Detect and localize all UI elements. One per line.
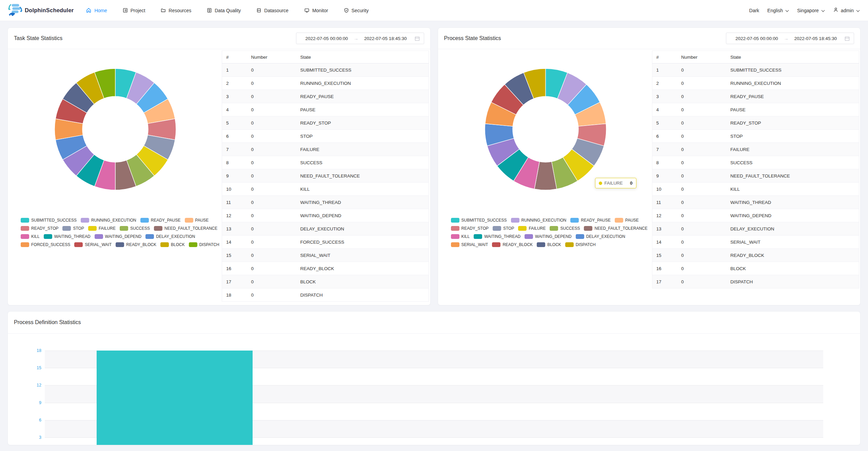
- legend-item[interactable]: FAILURE: [518, 226, 546, 231]
- chart-tooltip: FAILURE 0: [595, 178, 636, 188]
- legend-item[interactable]: SERIAL_WAIT: [451, 242, 488, 247]
- legend-item[interactable]: READY_BLOCK: [116, 242, 156, 247]
- legend-item[interactable]: BLOCK: [537, 242, 561, 247]
- legend-item[interactable]: PAUSE: [185, 218, 209, 223]
- brand-name: DolphinScheduler: [25, 7, 74, 14]
- tooltip-value: 0: [630, 181, 633, 186]
- legend-swatch: [189, 242, 197, 247]
- legend-item[interactable]: DISPATCH: [189, 242, 219, 247]
- nav-item-project[interactable]: Project: [123, 8, 145, 13]
- task-state-card: Task State Statistics 2022-07-05 00:00:0…: [7, 27, 431, 305]
- legend-label: READY_PAUSE: [581, 218, 611, 223]
- calendar-icon: [415, 36, 420, 41]
- legend-item[interactable]: STOP: [493, 226, 514, 231]
- project-icon: [123, 8, 128, 13]
- nav-item-monitor[interactable]: Monitor: [304, 8, 328, 13]
- legend-item[interactable]: SUBMITTED_SUCCESS: [451, 218, 507, 223]
- legend-item[interactable]: WAITING_DEPEND: [95, 234, 142, 239]
- legend-item[interactable]: WAITING_THREAD: [44, 234, 91, 239]
- table-row: 70FAILURE: [222, 143, 429, 156]
- date-range-start: 2022-07-05 00:00:00: [730, 36, 783, 41]
- theme-toggle-button[interactable]: Dark: [749, 8, 760, 13]
- legend-label: WAITING_THREAD: [484, 234, 520, 239]
- legend-item[interactable]: SUBMITTED_SUCCESS: [21, 218, 77, 223]
- legend-label: FORCED_SUCCESS: [31, 242, 70, 247]
- legend-item[interactable]: RUNNING_EXECUTION: [81, 218, 136, 223]
- legend-item[interactable]: KILL: [21, 234, 40, 239]
- legend-item[interactable]: DELAY_EXECUTION: [145, 234, 195, 239]
- legend-item[interactable]: SUCCESS: [120, 226, 150, 231]
- table-row: 140FORCED_SUCCESS: [222, 236, 429, 249]
- legend-label: WAITING_DEPEND: [535, 234, 572, 239]
- nav-item-security[interactable]: Security: [344, 8, 369, 13]
- legend-label: WAITING_THREAD: [54, 234, 91, 239]
- legend-item[interactable]: DELAY_EXECUTION: [576, 234, 625, 239]
- table-row: 110WAITING_THREAD: [222, 196, 429, 209]
- brand-logo[interactable]: DolphinScheduler: [8, 3, 74, 18]
- legend-item[interactable]: WAITING_THREAD: [474, 234, 520, 239]
- legend-swatch: [74, 242, 83, 247]
- legend-item[interactable]: BLOCK: [160, 242, 185, 247]
- legend-item[interactable]: READY_STOP: [451, 226, 489, 231]
- legend-label: WAITING_DEPEND: [105, 234, 142, 239]
- legend-swatch: [550, 226, 558, 231]
- legend-label: PAUSE: [195, 218, 209, 223]
- nav-item-home[interactable]: Home: [86, 7, 107, 13]
- chart-plot-area: [45, 351, 823, 445]
- legend-item[interactable]: WAITING_DEPEND: [525, 234, 572, 239]
- table-row: 60STOP: [652, 130, 859, 143]
- legend-label: DELAY_EXECUTION: [586, 234, 625, 239]
- y-axis-tick-label: 18: [37, 348, 41, 353]
- legend-label: BLOCK: [547, 242, 561, 247]
- legend-item[interactable]: RUNNING_EXECUTION: [511, 218, 567, 223]
- table-row: 160BLOCK: [652, 262, 859, 275]
- nav-item-datasource[interactable]: Datasource: [256, 8, 289, 13]
- legend-label: STOP: [73, 226, 84, 231]
- legend-item[interactable]: SERIAL_WAIT: [74, 242, 112, 247]
- legend-swatch: [185, 218, 193, 223]
- table-row: 30READY_PAUSE: [222, 90, 429, 103]
- timezone-select[interactable]: Singapore: [797, 8, 825, 13]
- table-row: 50READY_STOP: [652, 116, 859, 130]
- table-row: 100KILL: [222, 183, 429, 196]
- table-header: State: [296, 51, 429, 63]
- legend-item[interactable]: NEED_FAULT_TOLERANCE: [154, 226, 217, 231]
- task-state-donut-chart[interactable]: [54, 68, 176, 190]
- legend-item[interactable]: STOP: [62, 226, 84, 231]
- nav-item-data-quality[interactable]: Data Quality: [207, 8, 241, 13]
- table-row: 150READY_BLOCK: [652, 249, 859, 262]
- definition-count-bar[interactable]: [97, 351, 253, 445]
- legend-item[interactable]: FORCED_SUCCESS: [21, 242, 70, 247]
- legend-swatch: [21, 242, 29, 247]
- table-header: State: [726, 51, 859, 63]
- main-navigation: HomeProjectResourcesData QualityDatasour…: [86, 7, 369, 13]
- legend-swatch: [145, 234, 154, 239]
- table-row: 170BLOCK: [222, 275, 429, 288]
- language-select[interactable]: English: [767, 8, 789, 13]
- legend-item[interactable]: NEED_FAULT_TOLERANCE: [584, 226, 647, 231]
- legend-item[interactable]: SUCCESS: [550, 226, 580, 231]
- legend-swatch: [451, 226, 459, 231]
- process-definition-bar-chart[interactable]: 181512963: [8, 334, 860, 445]
- legend-label: FAILURE: [529, 226, 546, 231]
- legend-item[interactable]: KILL: [451, 234, 470, 239]
- legend-item[interactable]: READY_PAUSE: [570, 218, 611, 223]
- process-date-range-picker[interactable]: 2022-07-05 00:00:00 → 2022-07-05 18:45:3…: [726, 33, 854, 44]
- legend-item[interactable]: READY_BLOCK: [492, 242, 533, 247]
- process-state-donut-chart[interactable]: [485, 68, 607, 190]
- arrow-right-icon: →: [783, 36, 789, 41]
- legend-label: KILL: [461, 234, 470, 239]
- legend-item[interactable]: READY_STOP: [21, 226, 58, 231]
- legend-item[interactable]: PAUSE: [615, 218, 639, 223]
- legend-item[interactable]: READY_PAUSE: [140, 218, 181, 223]
- legend-swatch: [116, 242, 124, 247]
- legend-item[interactable]: FAILURE: [88, 226, 116, 231]
- legend-item[interactable]: DISPATCH: [565, 242, 596, 247]
- table-header: Number: [247, 51, 296, 63]
- task-date-range-picker[interactable]: 2022-07-05 00:00:00 → 2022-07-05 18:45:3…: [296, 33, 424, 44]
- nav-item-resources[interactable]: Resources: [161, 8, 191, 13]
- user-menu[interactable]: admin: [833, 7, 860, 14]
- nav-item-label: Security: [352, 8, 369, 13]
- legend-swatch: [474, 234, 482, 239]
- calendar-icon: [845, 36, 850, 41]
